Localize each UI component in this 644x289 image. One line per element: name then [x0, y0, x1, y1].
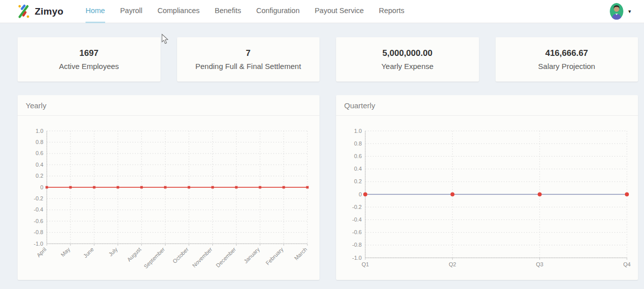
stat-value: 416,666.67: [545, 48, 588, 58]
svg-text:February: February: [265, 246, 285, 266]
svg-text:0.4: 0.4: [354, 166, 362, 172]
svg-text:-0.2: -0.2: [352, 204, 362, 210]
svg-text:0.6: 0.6: [36, 150, 43, 156]
stat-value: 5,000,000.00: [382, 48, 432, 58]
quarterly-chart: 1.00.80.60.40.20-0.2-0.4-0.6-0.8-1.0Q1Q2…: [336, 116, 638, 280]
yearly-chart-card: Yearly 1.00.80.60.40.20-0.2-0.4-0.6-0.8-…: [18, 95, 319, 280]
data-point: [282, 186, 285, 189]
svg-text:July: July: [107, 246, 119, 258]
user-avatar[interactable]: [610, 3, 623, 20]
svg-text:-0.6: -0.6: [352, 229, 362, 235]
chart-title-yearly: Yearly: [18, 95, 319, 116]
svg-text:November: November: [191, 246, 214, 269]
data-point: [538, 192, 542, 196]
stat-label: Salary Projection: [538, 62, 595, 70]
nav-item-benefits[interactable]: Benefits: [215, 0, 241, 23]
svg-text:-0.4: -0.4: [352, 216, 362, 223]
data-point: [363, 192, 367, 196]
svg-text:Q2: Q2: [449, 261, 456, 267]
data-point: [117, 186, 119, 189]
stat-value: 7: [246, 48, 251, 58]
top-nav-bar: Zimyo HomePayrollCompliancesBenefitsConf…: [0, 0, 644, 23]
svg-text:1.0: 1.0: [354, 128, 362, 134]
svg-text:-0.2: -0.2: [34, 195, 43, 201]
stat-label: Pending Full & Final Settlement: [195, 62, 301, 70]
stat-card-yearly-expense: 5,000,000.00Yearly Expense: [336, 37, 479, 82]
data-point: [188, 186, 190, 189]
svg-text:0.2: 0.2: [36, 173, 43, 179]
user-menu[interactable]: ▼: [610, 3, 632, 20]
brand[interactable]: Zimyo: [18, 4, 63, 19]
data-point: [140, 186, 143, 189]
svg-text:September: September: [142, 246, 166, 270]
svg-text:0: 0: [359, 191, 362, 197]
nav-item-reports[interactable]: Reports: [379, 0, 405, 23]
brand-name: Zimyo: [35, 6, 63, 17]
stat-card-pending-full-final-settlement: 7Pending Full & Final Settlement: [177, 37, 320, 82]
svg-text:Q4: Q4: [623, 261, 631, 267]
yearly-chart: 1.00.80.60.40.20-0.2-0.4-0.6-0.8-1.0Apri…: [18, 116, 319, 280]
svg-text:0.8: 0.8: [354, 140, 362, 147]
nav-item-payout-service[interactable]: Payout Service: [314, 0, 364, 23]
nav-item-configuration[interactable]: Configuration: [256, 0, 299, 23]
svg-text:December: December: [215, 246, 237, 269]
svg-text:0.2: 0.2: [354, 178, 362, 184]
data-point: [259, 186, 261, 189]
svg-text:-0.4: -0.4: [34, 206, 43, 212]
svg-text:May: May: [59, 246, 71, 258]
svg-text:0: 0: [40, 184, 43, 190]
data-point: [306, 186, 309, 189]
avatar-illustration: [610, 3, 623, 20]
data-point: [46, 186, 48, 189]
svg-text:Q3: Q3: [536, 261, 543, 267]
chevron-down-icon[interactable]: ▼: [627, 9, 632, 14]
svg-text:January: January: [243, 246, 261, 265]
chart-canvas-yearly: 1.00.80.60.40.20-0.2-0.4-0.6-0.8-1.0Apri…: [24, 123, 313, 274]
svg-text:0.4: 0.4: [36, 162, 43, 168]
data-point: [450, 192, 454, 196]
data-point: [69, 186, 72, 189]
zimyo-logo-icon: [18, 4, 30, 19]
charts-row: Yearly 1.00.80.60.40.20-0.2-0.4-0.6-0.8-…: [18, 95, 638, 280]
dashboard: 1697Active Employees7Pending Full & Fina…: [0, 23, 644, 280]
svg-text:-1.0: -1.0: [34, 241, 43, 247]
stat-value: 1697: [79, 48, 99, 58]
svg-text:-0.8: -0.8: [352, 242, 362, 248]
svg-text:0.6: 0.6: [354, 153, 362, 159]
svg-text:March: March: [293, 246, 308, 261]
svg-text:0.8: 0.8: [36, 139, 43, 145]
svg-text:June: June: [82, 246, 95, 259]
chart-title-quarterly: Quarterly: [336, 95, 638, 116]
svg-text:April: April: [35, 246, 47, 258]
nav-item-compliances[interactable]: Compliances: [157, 0, 200, 23]
data-point: [164, 186, 167, 189]
svg-text:-0.8: -0.8: [34, 229, 43, 235]
svg-text:October: October: [172, 246, 190, 264]
data-point: [625, 192, 629, 196]
svg-text:-0.6: -0.6: [34, 218, 43, 224]
quarterly-chart-card: Quarterly 1.00.80.60.40.20-0.2-0.4-0.6-0…: [336, 95, 638, 280]
chart-canvas-quarterly: 1.00.80.60.40.20-0.2-0.4-0.6-0.8-1.0Q1Q2…: [342, 123, 632, 274]
stats-row: 1697Active Employees7Pending Full & Fina…: [18, 37, 638, 82]
stat-label: Yearly Expense: [381, 62, 434, 70]
stat-card-salary-projection: 416,666.67Salary Projection: [496, 37, 638, 82]
data-point: [211, 186, 214, 189]
nav-item-payroll[interactable]: Payroll: [120, 0, 142, 23]
stat-label: Active Employees: [59, 62, 119, 70]
data-point: [235, 186, 237, 189]
nav-item-home[interactable]: Home: [86, 0, 105, 23]
svg-text:-1.0: -1.0: [352, 255, 362, 261]
main-nav: HomePayrollCompliancesBenefitsConfigurat…: [86, 0, 610, 23]
stat-card-active-employees: 1697Active Employees: [18, 37, 160, 82]
data-point: [93, 186, 96, 189]
svg-text:1.0: 1.0: [36, 128, 43, 134]
svg-text:August: August: [126, 246, 142, 263]
svg-text:Q1: Q1: [362, 261, 369, 267]
